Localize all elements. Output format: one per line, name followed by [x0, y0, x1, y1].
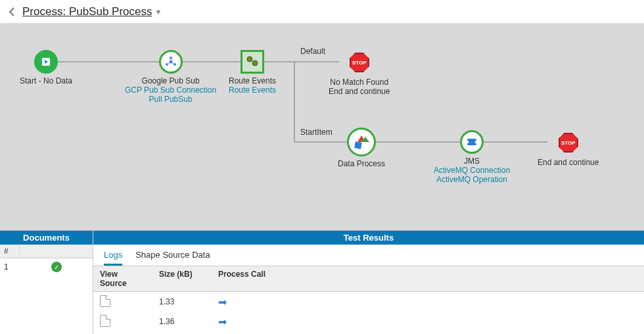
document-row[interactable]: 1 ✓ — [0, 258, 93, 275]
start-icon — [34, 50, 58, 74]
node-label: End and continue — [538, 158, 599, 167]
tab-shape-source-data[interactable]: Shape Source Data — [135, 250, 210, 266]
col-number[interactable]: # — [0, 245, 20, 258]
branch-label-default: Default — [300, 47, 325, 56]
col-size[interactable]: Size (kB) — [152, 266, 212, 291]
svg-rect-15 — [354, 141, 362, 149]
node-google-pubsub[interactable]: Google Pub Sub GCP Pub Sub Connection Pu… — [125, 50, 216, 104]
documents-columns: # — [0, 245, 93, 258]
svg-line-12 — [172, 62, 173, 64]
bottom-panels: Documents # 1 ✓ Test Results Logs Shape … — [0, 230, 644, 334]
svg-rect-18 — [475, 141, 478, 143]
document-icon[interactable] — [100, 315, 110, 327]
col-status[interactable] — [20, 245, 93, 258]
node-start[interactable]: Start - No Data — [20, 50, 72, 85]
results-grid-header: View Source Size (kB) Process Call — [93, 266, 644, 292]
node-label: Data Process — [338, 159, 385, 168]
stop-icon: STOP — [559, 133, 578, 153]
svg-point-6 — [170, 57, 172, 59]
chevron-down-icon[interactable]: ▼ — [155, 8, 162, 16]
svg-point-9 — [169, 60, 172, 64]
node-label: Google Pub Sub — [125, 76, 216, 85]
tab-logs[interactable]: Logs — [104, 250, 122, 266]
svg-point-14 — [252, 60, 258, 66]
svg-point-7 — [166, 63, 168, 66]
node-stop-default[interactable]: STOP No Match Found End and continue — [329, 53, 390, 96]
svg-rect-17 — [466, 141, 469, 143]
check-icon: ✓ — [51, 262, 62, 272]
test-results-panel: Test Results Logs Shape Source Data View… — [93, 231, 644, 334]
process-canvas[interactable]: Start - No Data Google Pub Sub GCP Pub S… — [0, 24, 644, 230]
node-route-events[interactable]: Route Events Route Events — [229, 50, 276, 95]
node-sublabel[interactable]: GCP Pub Sub Connection — [125, 85, 216, 95]
node-label: Route Events — [229, 76, 276, 85]
node-label: No Match Found — [329, 78, 390, 87]
connector-icon — [159, 50, 183, 74]
document-icon[interactable] — [100, 295, 110, 307]
doc-number: 1 — [0, 262, 20, 272]
process-title-name: PubSub Process — [69, 5, 152, 18]
svg-point-8 — [173, 63, 176, 66]
node-sublabel[interactable]: Pull PubSub — [125, 95, 216, 104]
process-title-prefix: Process: — [22, 5, 66, 18]
node-jms[interactable]: JMS ActiveMQ Connection ActiveMQ Operati… — [434, 130, 510, 184]
results-tabs: Logs Shape Source Data — [93, 245, 644, 266]
results-header: Test Results — [93, 231, 644, 245]
node-sublabel[interactable]: ActiveMQ Operation — [434, 175, 510, 184]
node-stop-end[interactable]: STOP End and continue — [538, 133, 599, 167]
node-label: Start - No Data — [20, 76, 72, 85]
connector-icon — [460, 130, 484, 154]
svg-rect-16 — [467, 139, 476, 145]
process-title[interactable]: Process: PubSub Process — [22, 5, 152, 18]
stop-icon: STOP — [350, 53, 369, 72]
back-button[interactable] — [5, 5, 20, 19]
results-grid: View Source Size (kB) Process Call 1.33 … — [93, 266, 644, 334]
svg-point-13 — [247, 57, 252, 62]
node-data-process[interactable]: Data Process — [338, 128, 385, 168]
cell-size: 1.33 — [152, 294, 212, 310]
node-label: JMS — [434, 156, 510, 166]
col-process-call[interactable]: Process Call — [212, 266, 290, 291]
results-row[interactable]: 1.28 ➡ — [93, 331, 644, 334]
results-row[interactable]: 1.36 ➡ — [93, 312, 644, 331]
data-process-icon — [347, 128, 376, 156]
cell-size: 1.36 — [152, 314, 212, 329]
documents-panel: Documents # 1 ✓ — [0, 231, 93, 334]
documents-header: Documents — [0, 231, 93, 245]
results-row[interactable]: 1.33 ➡ — [93, 292, 644, 312]
node-sublabel[interactable]: ActiveMQ Connection — [434, 166, 510, 175]
arrow-right-icon[interactable]: ➡ — [218, 297, 227, 308]
svg-line-11 — [168, 62, 170, 64]
top-bar: Process: PubSub Process ▼ — [0, 0, 644, 24]
node-sublabel[interactable]: Route Events — [229, 85, 276, 95]
arrow-right-icon[interactable]: ➡ — [218, 316, 227, 327]
col-view-source[interactable]: View Source — [93, 266, 152, 291]
branch-label-startitem: StartItem — [300, 128, 333, 137]
route-icon — [241, 50, 264, 74]
node-label: End and continue — [329, 87, 390, 96]
